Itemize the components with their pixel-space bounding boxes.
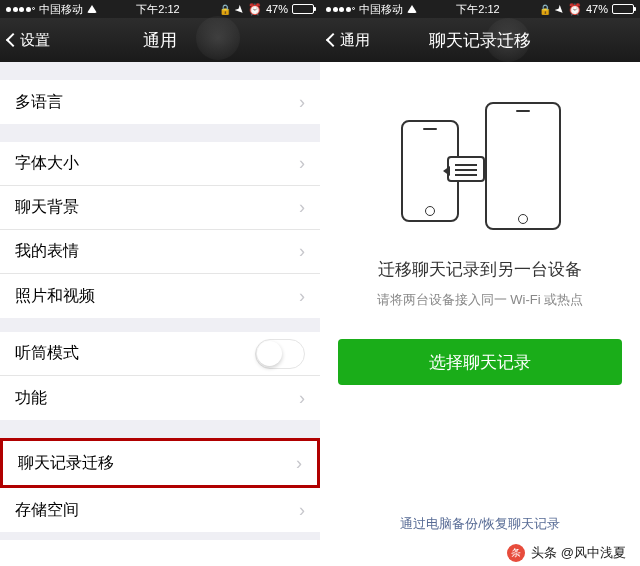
lock-icon: 🔒 (219, 4, 231, 15)
row-label: 聊天记录迁移 (18, 453, 114, 474)
row-label: 听筒模式 (15, 343, 79, 364)
smudge-icon (196, 16, 240, 60)
row-earpiece-mode[interactable]: 听筒模式 (0, 332, 320, 376)
message-bubble-icon (447, 156, 485, 182)
backup-restore-link[interactable]: 通过电脑备份/恢复聊天记录 (320, 515, 640, 533)
select-chat-history-button[interactable]: 选择聊天记录 (338, 339, 622, 385)
row-label: 存储空间 (15, 500, 79, 521)
toggle-switch[interactable] (255, 339, 305, 369)
chevron-right-icon: › (299, 286, 305, 307)
back-label: 通用 (340, 31, 370, 50)
chevron-right-icon: › (299, 197, 305, 218)
chevron-right-icon: › (299, 500, 305, 521)
row-label: 我的表情 (15, 241, 79, 262)
chevron-right-icon: › (296, 453, 302, 474)
row-label: 字体大小 (15, 153, 79, 174)
highlight-box: 聊天记录迁移 › (0, 438, 320, 488)
chevron-right-icon: › (299, 153, 305, 174)
location-icon: ➤ (552, 1, 568, 17)
row-my-stickers[interactable]: 我的表情 › (0, 230, 320, 274)
wifi-icon (407, 5, 417, 13)
migration-heading: 迁移聊天记录到另一台设备 (320, 258, 640, 281)
nav-bar: 设置 通用 (0, 18, 320, 62)
row-chat-migration[interactable]: 聊天记录迁移 › (3, 441, 317, 485)
battery-pct: 47% (586, 3, 608, 15)
battery-icon (612, 4, 634, 14)
battery-pct: 47% (266, 3, 288, 15)
location-icon: ➤ (232, 1, 248, 17)
wifi-icon (87, 5, 97, 13)
back-button[interactable]: 通用 (328, 31, 370, 50)
row-label: 多语言 (15, 92, 63, 113)
migration-subheading: 请将两台设备接入同一 Wi-Fi 或热点 (320, 291, 640, 309)
alarm-icon: ⏰ (568, 3, 582, 16)
migration-illustration (395, 102, 565, 232)
status-bar: 中国移动 下午2:12 🔒 ➤ ⏰ 47% (0, 0, 320, 18)
smudge-icon (486, 18, 530, 62)
source-footer: 条 头条 @风中浅夏 (0, 540, 640, 566)
chevron-right-icon: › (299, 241, 305, 262)
avatar-icon: 条 (507, 544, 525, 562)
status-time: 下午2:12 (456, 2, 499, 17)
battery-icon (292, 4, 314, 14)
row-label: 聊天背景 (15, 197, 79, 218)
chevron-right-icon: › (299, 92, 305, 113)
row-storage[interactable]: 存储空间 › (0, 488, 320, 532)
chevron-left-icon (6, 33, 20, 47)
status-time: 下午2:12 (136, 2, 179, 17)
row-features[interactable]: 功能 › (0, 376, 320, 420)
carrier-label: 中国移动 (359, 2, 403, 17)
nav-title: 通用 (143, 29, 177, 52)
source-label: 头条 @风中浅夏 (531, 544, 626, 562)
signal-dots-icon (326, 7, 355, 12)
phone-icon (485, 102, 561, 230)
lock-icon: 🔒 (539, 4, 551, 15)
back-button[interactable]: 设置 (8, 31, 50, 50)
row-label: 功能 (15, 388, 47, 409)
status-bar: 中国移动 下午2:12 🔒 ➤ ⏰ 47% (320, 0, 640, 18)
chevron-left-icon (326, 33, 340, 47)
signal-dots-icon (6, 7, 35, 12)
alarm-icon: ⏰ (248, 3, 262, 16)
row-label: 照片和视频 (15, 286, 95, 307)
back-label: 设置 (20, 31, 50, 50)
link-label: 通过电脑备份/恢复聊天记录 (400, 516, 560, 531)
row-photos-videos[interactable]: 照片和视频 › (0, 274, 320, 318)
row-font-size[interactable]: 字体大小 › (0, 142, 320, 186)
button-label: 选择聊天记录 (429, 351, 531, 374)
row-multilanguage[interactable]: 多语言 › (0, 80, 320, 124)
chevron-right-icon: › (299, 388, 305, 409)
carrier-label: 中国移动 (39, 2, 83, 17)
row-chat-background[interactable]: 聊天背景 › (0, 186, 320, 230)
nav-bar: 通用 聊天记录迁移 (320, 18, 640, 62)
